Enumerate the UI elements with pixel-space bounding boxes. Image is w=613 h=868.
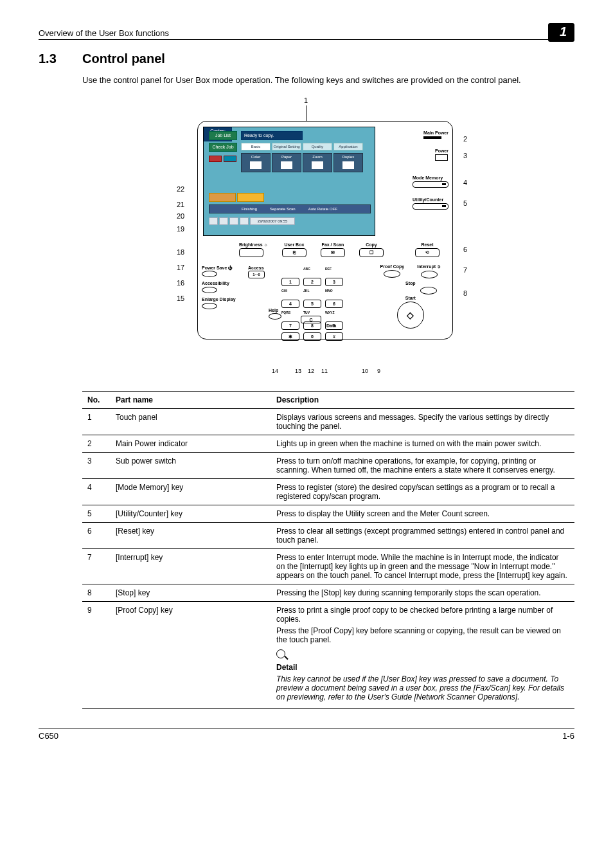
mode-memory-key[interactable]: Mode Memory	[413, 176, 449, 188]
finish-3[interactable]: Auto Rotate OFF	[308, 207, 337, 211]
cell-no: 8	[82, 584, 111, 601]
chapter-badge: 1	[548, 23, 574, 42]
cell-no: 4	[82, 478, 111, 505]
keypad-6[interactable]: 6	[325, 300, 343, 308]
callout-1: 1	[304, 96, 308, 104]
userbox-key[interactable]: User Box⎘	[282, 242, 306, 257]
tab-application[interactable]: Application	[333, 143, 363, 150]
finish-2[interactable]: Separate Scan	[270, 207, 296, 211]
cell-no: 5	[82, 505, 111, 522]
keypad-7[interactable]: 7	[281, 321, 299, 330]
utility-counter-key[interactable]: Utility/Counter	[413, 197, 449, 210]
kp-lab-2: ABC	[303, 267, 321, 271]
proof-copy-key[interactable]: Proof Copy	[380, 264, 405, 278]
callout-19: 19	[177, 225, 184, 233]
keypad-4[interactable]: 4	[281, 300, 299, 308]
keypad-2[interactable]: 2	[303, 278, 321, 286]
callout-21: 21	[177, 201, 184, 208]
screen-settings-row: Color Paper Zoom Duplex	[241, 153, 363, 172]
keypad-3[interactable]: 3	[325, 278, 343, 286]
keypad-5[interactable]: 5	[303, 300, 321, 308]
rb-4[interactable]	[240, 217, 249, 225]
callout-5: 5	[463, 199, 467, 207]
cell-zoom[interactable]: Zoom	[303, 153, 332, 172]
cell-zoom-label: Zoom	[312, 155, 322, 159]
keypad-star[interactable]: ✱	[281, 332, 299, 341]
accessibility-key[interactable]: Accessibility	[202, 281, 236, 293]
callout-10: 10	[362, 368, 368, 374]
page-header: Overview of the User Box functions 1	[39, 19, 574, 40]
table-row: 1Touch panelDisplays various screens and…	[82, 408, 574, 435]
table-header-row: No. Part name Description	[82, 391, 574, 408]
brightness-label: Brightness ☼	[239, 242, 268, 247]
magnifier-icon	[276, 649, 285, 658]
section-title: Control panel	[82, 51, 165, 66]
cell-no: 1	[82, 408, 111, 435]
screen-icon-1[interactable]	[209, 193, 236, 202]
mode-keys-row: Brightness ☼ User Box⎘ Fax / Scan✉ Copy❐	[239, 242, 384, 257]
powersave-label: Power Save ⏻	[202, 266, 233, 270]
screen-finish-row: Finishing Separate Scan Auto Rotate OFF	[209, 204, 371, 213]
callout-16: 16	[177, 279, 184, 287]
screen-left-buttons	[209, 156, 236, 162]
desc-line-1: Press to print a single proof copy to be…	[276, 606, 569, 624]
left-key-column: Power Save ⏻ Accessibility Enlarge Displ…	[202, 242, 236, 313]
reset-key[interactable]: Reset ⟲	[415, 242, 440, 257]
callout-18: 18	[177, 248, 184, 256]
screen-joblist[interactable]: Job List	[209, 131, 237, 140]
cell-color[interactable]: Color	[241, 153, 271, 172]
th-no: No.	[82, 391, 111, 408]
touch-screen[interactable]: Job List Ready to copy. Copies: 1 Check …	[203, 127, 375, 236]
screen-btn-blue[interactable]	[224, 156, 236, 162]
reset-label: Reset	[421, 242, 433, 247]
keypad-0[interactable]: 0	[303, 332, 321, 341]
tab-original[interactable]: Original Setting	[272, 143, 301, 150]
right-key-cluster: Proof Copy Interrupt ➲ Stop Start	[380, 264, 441, 329]
keypad-1[interactable]: 1	[281, 278, 299, 286]
screen-icon-2[interactable]	[237, 193, 264, 202]
access-button: 1···0	[248, 271, 265, 278]
help-key[interactable]: Help	[269, 308, 281, 320]
cell-part: [Reset] key	[111, 522, 271, 548]
cell-color-label: Color	[251, 155, 260, 159]
stop-key[interactable]: Stop	[380, 281, 441, 294]
start-key[interactable]: Start	[380, 296, 441, 329]
sub-power-switch[interactable]: Power	[435, 149, 449, 161]
rb-3[interactable]	[229, 217, 238, 225]
callout-14: 14	[272, 368, 278, 374]
cell-paper[interactable]: Paper	[272, 153, 301, 172]
tab-quality[interactable]: Quality	[303, 143, 332, 150]
kp-lab-4: GHI	[281, 289, 299, 293]
access-key[interactable]: Access 1···0	[248, 266, 265, 278]
copy-key[interactable]: Copy❐	[359, 242, 384, 257]
screen-checkjob[interactable]: Check Job	[209, 143, 237, 152]
cell-desc: Displays various screens and messages. S…	[271, 408, 574, 435]
clear-key[interactable]: C	[301, 316, 321, 323]
table-row: 7[Interrupt] keyPress to enter Interrupt…	[82, 548, 574, 584]
screen-icon-row	[209, 193, 264, 202]
interrupt-key[interactable]: Interrupt ➲	[417, 264, 441, 278]
cell-no: 2	[82, 435, 111, 452]
keypad-hash[interactable]: #	[325, 332, 343, 341]
faxscan-key[interactable]: Fax / Scan✉	[321, 242, 345, 257]
screen-btn-red[interactable]	[209, 156, 222, 162]
rb-2[interactable]	[219, 217, 228, 225]
cell-desc: Lights up in green when the machine is t…	[271, 435, 574, 452]
table-row: 5[Utility/Counter] keyPress to display t…	[82, 505, 574, 522]
callout-20: 20	[177, 212, 184, 220]
main-power-label: Main Power	[423, 131, 449, 135]
copy-label: Copy	[366, 242, 377, 247]
callout-13: 13	[295, 368, 301, 374]
finish-1[interactable]: Finishing	[242, 207, 257, 211]
kp-lab-7: PQRS	[281, 311, 299, 314]
rb-1[interactable]	[209, 217, 218, 225]
cell-duplex[interactable]: Duplex	[333, 153, 363, 172]
callout-17: 17	[177, 264, 184, 271]
table-row: 3Sub power switchPress to turn on/off ma…	[82, 452, 574, 478]
kp-lab-1	[281, 267, 299, 271]
tab-basic[interactable]: Basic	[241, 143, 271, 150]
brightness-key[interactable]: Brightness ☼	[239, 242, 268, 257]
power-button-icon	[435, 154, 448, 161]
powersave-key[interactable]: Power Save ⏻	[202, 266, 236, 278]
enlarge-display-key[interactable]: Enlarge Display	[202, 297, 236, 309]
